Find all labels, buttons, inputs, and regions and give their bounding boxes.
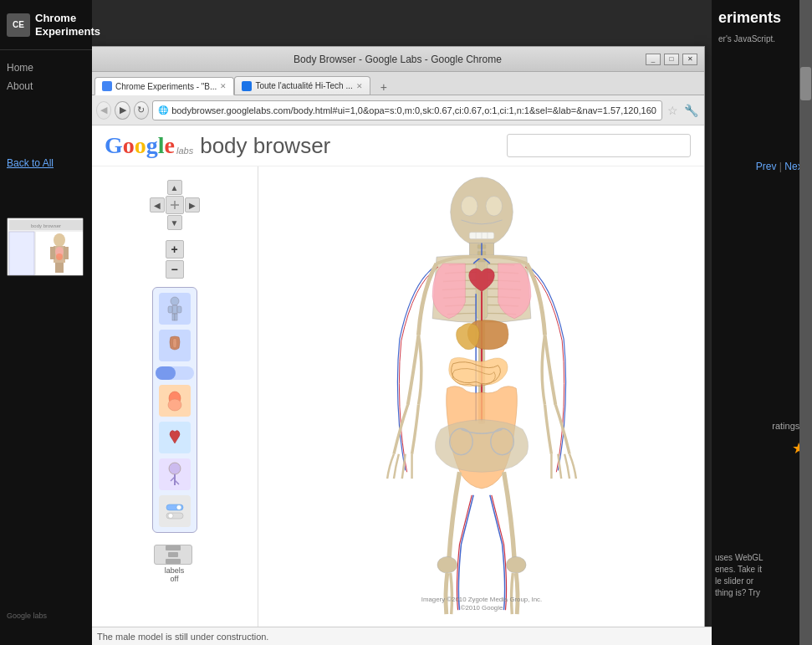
svg-rect-20 (175, 314, 177, 320)
zoom-controls: + − (166, 240, 184, 279)
right-sidebar-subtitle: er's JavaScript. (718, 34, 805, 44)
tab-favicon-2 (242, 81, 252, 91)
back-to-all-link[interactable]: Back to All (7, 157, 54, 169)
status-bar: The male model is still under constructi… (90, 627, 799, 645)
svg-point-31 (485, 197, 502, 217)
layer-toggle-button[interactable] (159, 495, 191, 527)
right-desc-line3: le slider or (715, 576, 805, 587)
g-blue: G (105, 132, 123, 159)
ce-title: Chrome Experiments (35, 12, 100, 38)
svg-point-27 (168, 514, 173, 519)
prev-link[interactable]: Prev (756, 161, 777, 172)
svg-point-23 (169, 463, 181, 474)
tab-chrome-experiments[interactable]: Chrome Experiments - "B... ✕ (94, 77, 234, 95)
svg-rect-10 (59, 263, 64, 273)
tab-favicon-1 (102, 81, 112, 91)
left-nav: Home About (0, 50, 92, 104)
gbb-logo-area: G o o g l e labs body browser (105, 132, 330, 159)
g-green: l (158, 132, 165, 159)
nav-right-button[interactable]: ▶ (185, 197, 200, 212)
gbb-main-area: ▲ ▼ ◀ ▶ (91, 166, 704, 627)
body-browser-page: G o o g l e labs body browser (91, 125, 704, 631)
controls-panel: ▲ ▼ ◀ ▶ (91, 166, 258, 627)
close-button[interactable]: ✕ (682, 54, 697, 65)
nav-center (166, 196, 184, 214)
new-tab-button[interactable]: + (374, 79, 394, 95)
tab-hitech[interactable]: Toute l'actualité Hi-Tech ... ✕ (234, 76, 370, 95)
browser-titlebar: Body Browser - Google Labs - Google Chro… (91, 47, 704, 72)
circulatory-layer-button[interactable] (159, 422, 191, 453)
body-figure-svg: Imagery ©2010 Zygote Media Group, Inc. ©… (352, 175, 611, 618)
layer-opacity-slider[interactable] (156, 366, 194, 380)
labels-toggle-button[interactable] (154, 545, 192, 565)
layer-panel (152, 287, 197, 533)
svg-rect-19 (172, 314, 175, 320)
browser-window: Body Browser - Google Labs - Google Chro… (90, 46, 705, 632)
svg-rect-9 (55, 263, 59, 273)
page-content: G o o g l e labs body browser (91, 125, 704, 631)
labs-text: labs (176, 146, 193, 156)
forward-button[interactable]: ▶ (115, 101, 130, 120)
tab-close-2[interactable]: ✕ (356, 82, 363, 90)
address-field[interactable]: 🌐 bodybrowser.googlelabs.com/body.html#u… (152, 100, 662, 120)
wrench-icon[interactable]: 🔧 (684, 101, 699, 120)
address-bar-row: ◀ ▶ ↻ 🌐 bodybrowser.googlelabs.com/body.… (91, 95, 704, 125)
status-text: The male model is still under constructi… (97, 632, 268, 642)
body-browser-title: body browser (200, 133, 330, 159)
svg-point-30 (461, 197, 477, 217)
g-blue2: g (146, 132, 158, 159)
ce-logo-box: CE (7, 13, 30, 37)
prev-next-nav: Prev | Next (756, 161, 805, 172)
body-search-input[interactable] (507, 134, 691, 157)
svg-rect-18 (177, 306, 181, 313)
gbb-header: G o o g l e labs body browser (91, 125, 704, 166)
nav-about-link[interactable]: About (7, 77, 85, 95)
nav-home-link[interactable]: Home (7, 59, 85, 77)
organs-layer-button[interactable] (159, 385, 191, 417)
g-red: o (123, 132, 135, 159)
g-yellow: o (135, 132, 146, 159)
tab-bar: Chrome Experiments - "B... ✕ Toute l'act… (91, 72, 704, 95)
ssl-icon: 🌐 (158, 105, 168, 115)
svg-point-22 (168, 399, 181, 411)
svg-rect-17 (168, 306, 172, 313)
outer-background: CE Chrome Experiments Home About Back to… (0, 0, 812, 645)
right-desc-line4: thing is? Try (715, 587, 805, 599)
tab-label-2: Toute l'actualité Hi-Tech ... (255, 81, 352, 90)
nervous-layer-button[interactable] (159, 458, 191, 490)
svg-point-5 (54, 233, 65, 247)
right-description: uses WebGL enes. Take it le slider or th… (715, 552, 805, 599)
svg-point-25 (176, 505, 181, 510)
right-desc-line1: uses WebGL (715, 552, 805, 564)
svg-text:©2010 Google: ©2010 Google (460, 604, 503, 612)
vertical-scrollbar[interactable] (799, 0, 812, 645)
screenshot-thumbnail: body browser (7, 218, 84, 276)
maximize-button[interactable]: □ (664, 54, 679, 65)
right-sidebar: eriments er's JavaScript. Prev | Next ra… (712, 0, 812, 645)
svg-point-44 (437, 556, 457, 573)
browser-title-text: Body Browser - Google Labs - Google Chro… (98, 54, 697, 65)
left-sidebar: CE Chrome Experiments Home About Back to… (0, 0, 92, 645)
body-image-area: Imagery ©2010 Zygote Media Group, Inc. ©… (258, 166, 704, 627)
nav-left-button[interactable]: ◀ (150, 197, 165, 212)
labels-control: labelsoff (154, 545, 196, 583)
back-button[interactable]: ◀ (96, 101, 111, 120)
scrollbar-thumb[interactable] (800, 67, 811, 100)
bookmark-star-icon[interactable]: ☆ (666, 101, 681, 120)
tab-close-1[interactable]: ✕ (220, 82, 227, 90)
zoom-in-button[interactable]: + (166, 240, 184, 259)
address-text: bodybrowser.googlelabs.com/body.html#ui=… (171, 105, 656, 115)
muscle-layer-button[interactable] (159, 330, 191, 361)
svg-point-45 (506, 556, 526, 573)
ce-logo-text: CE (13, 20, 24, 29)
nav-down-button[interactable]: ▼ (167, 215, 182, 230)
skeleton-layer-button[interactable] (159, 293, 191, 325)
ce-logo-area: CE Chrome Experiments (0, 0, 92, 50)
minimize-button[interactable]: _ (646, 54, 661, 65)
zoom-out-button[interactable]: − (166, 260, 184, 279)
nav-up-button[interactable]: ▲ (167, 180, 182, 195)
refresh-button[interactable]: ↻ (134, 101, 149, 120)
svg-rect-16 (172, 305, 177, 314)
nav-cross: ▲ ▼ ◀ ▶ (150, 180, 200, 230)
svg-rect-7 (50, 247, 55, 259)
